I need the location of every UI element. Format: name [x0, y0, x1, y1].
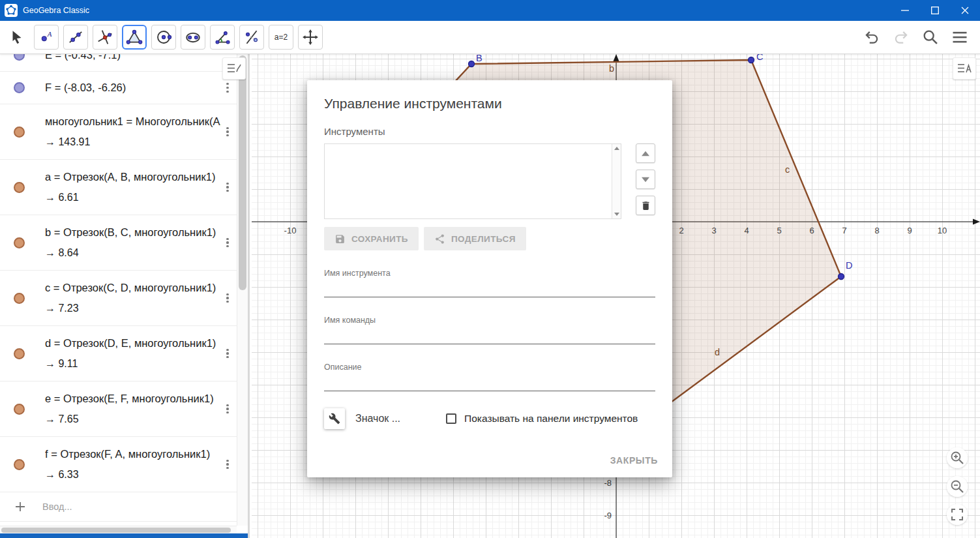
point-C[interactable]: [749, 57, 754, 63]
polygon-tool[interactable]: [122, 25, 147, 50]
visibility-toggle-b[interactable]: [14, 237, 25, 248]
tool-icon-button[interactable]: [324, 408, 345, 429]
undo-button[interactable]: [862, 27, 882, 47]
row-menu-button[interactable]: [221, 83, 234, 93]
visibility-toggle-E[interactable]: [14, 54, 25, 61]
algebra-row-e[interactable]: e = Отрезок(E, F, многоугольник1) → 7.65: [0, 381, 237, 437]
algebra-vertical-scrollbar[interactable]: [237, 54, 248, 526]
x-tick: 3: [711, 226, 716, 235]
save-button-label: СОХРАНИТЬ: [351, 234, 408, 244]
algebra-row-c[interactable]: c = Отрезок(C, D, многоугольник1) → 7.23: [0, 271, 237, 326]
x-tick: 5: [777, 226, 781, 235]
visibility-toggle-d[interactable]: [14, 348, 25, 359]
x-axis-arrow: [973, 219, 980, 225]
algebra-row-a[interactable]: a = Отрезок(A, B, многоугольник1) → 6.61: [0, 160, 237, 215]
circle-tool[interactable]: [151, 25, 176, 50]
main-menu-button[interactable]: [950, 27, 970, 47]
x-tick: 10: [938, 226, 947, 235]
point-label-C: C: [756, 54, 763, 62]
algebra-row-f[interactable]: f = Отрезок(F, A, многоугольник1) → 6.33: [0, 437, 237, 492]
algebra-row-F[interactable]: F = (-8.03, -6.26): [0, 72, 237, 104]
tools-list[interactable]: [324, 143, 621, 219]
move-tool-up-button[interactable]: [636, 143, 655, 163]
graphics-stylebar-button[interactable]: [953, 57, 976, 80]
maximize-button[interactable]: [920, 0, 950, 21]
edge-label-d: d: [715, 347, 720, 357]
trash-icon: [640, 200, 651, 211]
share-tools-button[interactable]: ПОДЕЛИТЬСЯ: [424, 227, 526, 250]
command-name-input[interactable]: [324, 325, 655, 344]
row-menu-button[interactable]: [221, 238, 234, 248]
point-tool[interactable]: A: [34, 25, 59, 50]
angle-icon: [214, 29, 231, 46]
perpendicular-line-tool[interactable]: [93, 25, 117, 50]
algebra-row-d[interactable]: d = Отрезок(D, E, многоугольник1) → 9.11: [0, 326, 237, 381]
cursor-icon: [8, 29, 25, 46]
tools-list-scrollbar[interactable]: [612, 144, 621, 218]
search-button[interactable]: [921, 27, 940, 47]
y-axis-arrow: [614, 54, 619, 61]
point-B[interactable]: [469, 61, 475, 67]
algebra-row-b[interactable]: b = Отрезок(B, C, многоугольник1) → 8.64: [0, 215, 237, 271]
maximize-icon: [931, 7, 939, 14]
row-menu-button[interactable]: [221, 293, 234, 303]
x-tick: 6: [809, 226, 814, 235]
visibility-toggle-polygon1[interactable]: [14, 127, 25, 138]
slider-tool[interactable]: a=2: [269, 25, 293, 50]
row-menu-button[interactable]: [221, 127, 234, 137]
add-input-icon[interactable]: [15, 501, 25, 512]
row-menu-button[interactable]: [221, 349, 234, 359]
reflect-tool[interactable]: [239, 25, 264, 50]
row-menu-button[interactable]: [221, 183, 234, 192]
visibility-toggle-f[interactable]: [14, 459, 25, 470]
toolbar: A: [0, 21, 980, 54]
definition-e: e = Отрезок(E, F, многоугольник1): [45, 393, 221, 405]
tool-name-label: Имя инструмента: [324, 269, 655, 278]
algebra-row-polygon1[interactable]: многоугольник1 = Многоугольник(A, → 143.…: [0, 104, 237, 160]
visibility-toggle-a[interactable]: [14, 182, 25, 193]
angle-tool[interactable]: [210, 25, 235, 50]
scrollbar-thumb[interactable]: [1, 528, 231, 533]
window-title: GeoGebra Classic: [23, 6, 89, 15]
minimize-button[interactable]: [890, 0, 920, 21]
line-icon: [67, 29, 84, 46]
definition-polygon1: многоугольник1 = Многоугольник(A,: [45, 115, 221, 128]
tool-name-input[interactable]: [324, 278, 655, 297]
move-tool-down-button[interactable]: [636, 170, 655, 189]
description-input[interactable]: [324, 372, 655, 391]
visibility-toggle-c[interactable]: [14, 293, 25, 304]
line-tool[interactable]: [63, 25, 88, 50]
redo-button[interactable]: [891, 27, 911, 47]
ellipse-tool[interactable]: [181, 25, 205, 50]
scroll-down-arrow-icon[interactable]: [614, 213, 619, 216]
close-dialog-button[interactable]: ЗАКРЫТЬ: [610, 455, 658, 466]
delete-tool-button[interactable]: [636, 196, 655, 215]
definition-d: d = Отрезок(D, E, многоугольник1): [45, 337, 221, 350]
algebra-horizontal-scrollbar[interactable]: [0, 526, 237, 533]
row-menu-button[interactable]: [221, 404, 234, 414]
algebra-input[interactable]: [42, 501, 192, 512]
visibility-toggle-F[interactable]: [14, 82, 25, 93]
algebra-stylebar-button[interactable]: [222, 57, 246, 80]
show-in-toolbar-checkbox[interactable]: [446, 413, 456, 424]
close-icon: [961, 7, 969, 14]
visibility-toggle-e[interactable]: [14, 404, 25, 415]
fullscreen-button[interactable]: [947, 504, 968, 525]
point-D[interactable]: [839, 274, 844, 280]
move-graphics-tool[interactable]: [298, 25, 323, 50]
y-tick: -9: [604, 511, 612, 520]
graphics-stylebar-icon: [957, 62, 972, 75]
save-icon: [334, 233, 346, 245]
save-tools-button[interactable]: СОХРАНИТЬ: [324, 227, 419, 250]
scroll-up-arrow-icon[interactable]: [614, 147, 619, 150]
tool-manager-dialog: Управление инструментами Инструменты: [307, 80, 672, 477]
zoom-in-button[interactable]: [947, 447, 968, 468]
close-window-button[interactable]: [950, 0, 980, 21]
geogebra-logo: [5, 4, 18, 17]
algebra-row-E[interactable]: E = (-0.43, -7.1): [0, 54, 237, 72]
move-tool[interactable]: [5, 25, 29, 50]
row-menu-button[interactable]: [221, 460, 234, 470]
panel-bottom-bar: [0, 533, 248, 538]
scrollbar-thumb[interactable]: [239, 55, 246, 290]
zoom-out-button[interactable]: [947, 476, 968, 497]
